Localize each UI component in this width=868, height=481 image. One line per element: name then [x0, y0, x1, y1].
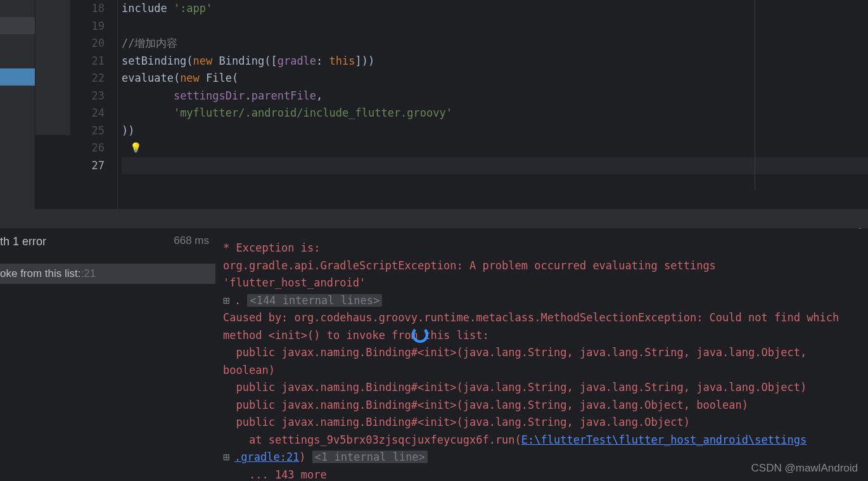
code-line[interactable]: evaluate(new File( — [122, 70, 868, 87]
build-status-text: th 1 error — [0, 235, 46, 248]
code-line[interactable]: 💡 — [122, 139, 868, 157]
console-line: public javax.naming.Binding#<init>(java.… — [223, 344, 860, 379]
project-tree-item-selected[interactable] — [0, 68, 35, 86]
code-line[interactable]: setBinding(new Binding([gradle: this])) — [122, 53, 868, 70]
folded-region[interactable]: <144 internal lines> — [247, 294, 382, 307]
console-line: public javax.naming.Binding#<init>(java.… — [223, 397, 860, 414]
console-line: ⊞. <144 internal lines> — [223, 292, 860, 310]
line-number: 24 — [35, 105, 105, 122]
project-tree-item[interactable] — [0, 0, 35, 17]
file-link[interactable]: .gradle:21 — [234, 451, 299, 463]
code-line[interactable]: settingsDir.parentFile, — [122, 87, 868, 105]
editor-gutter: 18192021222324252627 — [35, 0, 118, 209]
build-duration: 668 ms — [174, 234, 209, 247]
build-error-text: oke from this list: — [0, 267, 81, 280]
loading-spinner-icon — [412, 326, 428, 343]
line-number: 20 — [35, 35, 105, 53]
line-number: 18 — [35, 0, 105, 18]
console-line: at settings_9v5brx03zjsqcjuxfeycugx6f.ru… — [223, 432, 860, 449]
expand-icon[interactable]: ⊞ — [223, 292, 234, 310]
line-number: 26 — [35, 139, 105, 157]
line-number: 19 — [35, 18, 105, 35]
editor-content[interactable]: include ':app'//增加内容setBinding(new Bindi… — [118, 0, 868, 209]
code-line[interactable]: include ':app' — [122, 0, 868, 18]
line-number: 22 — [35, 70, 105, 87]
gear-icon[interactable]: ⚙ — [857, 228, 863, 234]
code-line[interactable] — [122, 18, 868, 35]
code-editor[interactable]: 18192021222324252627 include ':app'//增加内… — [35, 0, 868, 209]
project-tree-sidebar[interactable] — [0, 0, 35, 209]
build-tree[interactable]: th 1 error 668 ms oke from this list: :2… — [0, 228, 215, 481]
console-line: public javax.naming.Binding#<init>(java.… — [223, 414, 860, 432]
console-line: org.gradle.api.GradleScriptException: A … — [223, 257, 860, 292]
line-number: 27 — [35, 157, 105, 175]
console-line: public javax.naming.Binding#<init>(java.… — [223, 379, 860, 397]
line-number: 25 — [35, 122, 105, 140]
intention-bulb-icon[interactable]: 💡 — [130, 139, 142, 157]
build-error-item[interactable]: oke from this list: :21 — [0, 264, 215, 284]
expand-icon[interactable]: ⊞ — [223, 449, 234, 466]
console-line: Caused by: org.codehaus.groovy.runtime.m… — [223, 309, 860, 344]
project-tree-item[interactable] — [0, 51, 35, 68]
code-line[interactable] — [122, 157, 868, 175]
build-console[interactable]: ⚙ * Exception is: org.gradle.api.GradleS… — [215, 228, 868, 481]
console-line: * Exception is: — [223, 240, 860, 257]
code-line[interactable]: )) — [122, 122, 868, 140]
file-link[interactable]: E:\flutterTest\flutter_host_android\sett… — [521, 433, 807, 446]
line-number: 21 — [35, 53, 105, 70]
build-output-panel: th 1 error 668 ms oke from this list: :2… — [0, 228, 868, 481]
code-line[interactable]: 'myflutter/.android/include_flutter.groo… — [122, 105, 868, 122]
build-status-header: th 1 error 668 ms — [0, 228, 215, 255]
folded-region[interactable]: <1 internal line> — [312, 451, 428, 463]
project-tree-item[interactable] — [0, 34, 35, 51]
project-tree-item[interactable] — [0, 17, 35, 34]
editor-status-bar — [0, 209, 868, 228]
code-line[interactable]: //增加内容 — [122, 35, 868, 53]
line-number: 23 — [35, 87, 105, 105]
build-error-location: :21 — [81, 267, 96, 280]
watermark-text: CSDN @mawlAndroid — [751, 462, 858, 475]
